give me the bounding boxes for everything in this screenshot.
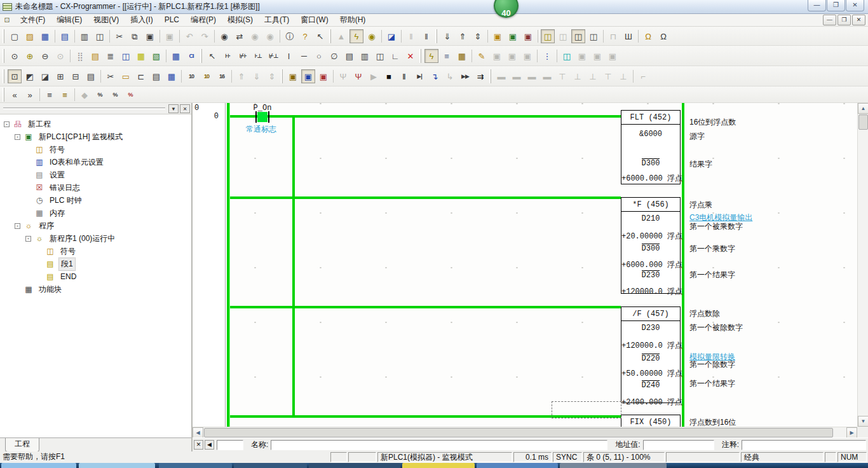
new-closed-coil-icon[interactable]: ∅ [327, 49, 341, 63]
simulator-monitor-icon[interactable]: ▣ [301, 69, 315, 83]
new-or-contact-icon[interactable]: ⊦⊥ [251, 49, 265, 63]
build-program-icon[interactable]: ◩ [23, 69, 37, 83]
download-to-plc-icon[interactable]: ⇓ [440, 29, 454, 43]
comment-input[interactable] [742, 440, 866, 450]
print-preview-icon[interactable]: ◫ [93, 29, 107, 43]
data-trace-icon[interactable]: ≡ [440, 49, 454, 63]
select-mode-icon[interactable]: ↖ [205, 49, 219, 63]
menu-item-simulation[interactable]: 模拟(S) [222, 14, 259, 26]
io-comment-tool-icon[interactable]: ◫ [560, 49, 574, 63]
show-comment-dialog-icon[interactable]: ▤ [88, 49, 102, 63]
title-bar[interactable]: 未命名標題 - CX-Programmer - [[运行中] - 新PLC1.新… [0, 0, 868, 14]
edit-properties-icon[interactable]: ▤ [84, 69, 98, 83]
tree-item-symbols[interactable]: ◫符号 [0, 143, 191, 156]
show-hex-monitor-icon[interactable]: ◫ [119, 49, 133, 63]
monitor-update-off-icon[interactable]: % [123, 88, 137, 102]
print-icon[interactable]: ▥ [78, 29, 92, 43]
instruction-block-flt[interactable]: FLT (452)&6000D300+6000.000 浮点 [621, 110, 681, 184]
scroll-right-icon[interactable]: ▶ [846, 427, 857, 438]
release-password-icon[interactable]: Ω [656, 29, 670, 43]
open-project-icon[interactable]: ▨ [23, 29, 37, 43]
context-help-icon[interactable]: ↖ [313, 29, 327, 43]
scroll-down-icon[interactable]: ▼ [858, 416, 868, 427]
online-edit-begin-icon[interactable]: ▣ [491, 29, 505, 43]
monitor-view-hex-icon[interactable]: ◫ [541, 29, 555, 43]
menu-item-view[interactable]: 视图(V) [88, 14, 125, 26]
tree-item-io-table[interactable]: ▥IO表和单元设置 [0, 156, 191, 169]
tree-item-section1[interactable]: ▤段1 [0, 258, 191, 270]
new-line-end-icon[interactable]: ∟ [388, 49, 402, 63]
clear-break-points-icon[interactable]: Ψ [351, 69, 365, 83]
step-into-icon[interactable]: ↴ [428, 69, 442, 83]
view-cross-reference-icon[interactable]: CI [184, 49, 198, 63]
save-project-icon[interactable]: ▦ [38, 29, 52, 43]
menu-item-help[interactable]: 帮助(H) [334, 14, 372, 26]
rebuild-all-icon[interactable]: ◪ [38, 69, 52, 83]
show-project-workspace-icon[interactable]: ⊡ [8, 69, 22, 83]
taskbar-item-6[interactable] [477, 463, 558, 468]
windows-taskbar[interactable] [0, 463, 868, 468]
minimize-icon[interactable]: — [808, 0, 826, 11]
menu-item-plc[interactable]: PLC [159, 14, 185, 26]
new-multi-instruction-icon[interactable]: ◫ [373, 49, 387, 63]
compile-program-check-icon[interactable]: ▤ [58, 29, 72, 43]
swap-find-icon[interactable]: ⇄ [233, 29, 247, 43]
find-icon[interactable]: ◉ [217, 29, 231, 43]
tree-item-function-blocks[interactable]: ▦功能块 [0, 283, 191, 296]
new-inverted-instruction-icon[interactable]: ▥ [358, 49, 372, 63]
outdent-rung-icon[interactable]: « [8, 88, 22, 102]
operand-close-icon[interactable]: ✕ [194, 440, 203, 450]
scroll-left-icon[interactable]: ◀ [193, 427, 203, 438]
radix-hex-icon[interactable]: 16 [215, 69, 229, 83]
operand-prev-icon[interactable]: ◀ [205, 440, 214, 450]
instruction-block-fix[interactable]: FIX (450) [621, 415, 681, 427]
continuous-step-run-icon[interactable]: ▶▶ [458, 69, 472, 83]
compare-with-plc-icon[interactable]: ⇕ [471, 29, 485, 43]
menu-item-file[interactable]: 文件(F) [15, 14, 51, 26]
zoom-in-icon[interactable]: ⊕ [23, 49, 37, 63]
pause-icon[interactable]: ‖ [419, 29, 433, 43]
upload-from-plc-icon[interactable]: ⇑ [456, 29, 470, 43]
zoom-fit-icon[interactable]: ⊙ [8, 49, 22, 63]
radix-decimal-icon[interactable]: 10 [184, 69, 198, 83]
copy-icon[interactable]: ⧉ [128, 29, 142, 43]
show-grid-icon[interactable]: ⣿ [73, 49, 87, 63]
tree-item-programs[interactable]: -☼程序 [0, 219, 191, 232]
instruction-block-divf[interactable]: /F (457)D230+120000.0 浮点D220+50.00000 浮点… [621, 306, 681, 403]
show-grid-dialog-icon[interactable]: ▦ [165, 69, 179, 83]
show-rung-list-icon[interactable]: ≣ [104, 49, 118, 63]
paste-icon[interactable]: ▣ [143, 29, 157, 43]
rung-margin[interactable]: 0 0 [193, 103, 226, 427]
show-section-tree-icon[interactable]: ▧ [149, 49, 163, 63]
tree-item-settings[interactable]: ▤设置 [0, 169, 191, 181]
taskbar-item-0[interactable] [1, 463, 76, 468]
taskbar-item-1[interactable] [79, 463, 155, 468]
tree-item-program1-symbols[interactable]: ◫符号 [0, 245, 191, 258]
horizontal-scrollbar[interactable]: ◀ ▶ [193, 427, 857, 437]
simulator-pause-icon[interactable]: ‖ [397, 69, 411, 83]
close-icon[interactable]: ✕ [846, 0, 864, 11]
taskbar-item-7[interactable] [560, 463, 667, 468]
monitor-view-3-icon[interactable]: ◫ [571, 29, 585, 43]
show-symbol-table-icon[interactable]: ▦ [134, 49, 148, 63]
new-contact-icon[interactable]: ⊦⊦ [220, 49, 234, 63]
simulator-mode-icon[interactable]: ▣ [286, 69, 300, 83]
rung-comment-list-icon[interactable]: ≡ [43, 88, 57, 102]
simulator-exit-icon[interactable]: ▣ [316, 69, 330, 83]
mdi-restore-icon[interactable]: ❐ [837, 15, 851, 25]
new-horizontal-line-icon[interactable]: — [297, 49, 311, 63]
monitor-update-1-icon[interactable]: % [93, 88, 107, 102]
zoom-out-icon[interactable]: ⊖ [38, 49, 52, 63]
tree-item-plc-clock[interactable]: ◷PLC 时钟 [0, 194, 191, 207]
tree-item-plc1[interactable]: -▣新PLC1[CP1H] 监视模式 [0, 130, 191, 143]
new-or-closed-contact-icon[interactable]: ⊬⊥ [266, 49, 280, 63]
restore-icon[interactable]: ❐ [827, 0, 845, 11]
help-topics-icon[interactable]: ? [298, 29, 312, 43]
simulator-stop-icon[interactable]: ■ [382, 69, 396, 83]
menu-item-insert[interactable]: 插入(I) [125, 14, 158, 26]
new-vertical-line-icon[interactable]: | [281, 49, 295, 63]
new-coil-icon[interactable]: ○ [312, 49, 326, 63]
monitor-find-icon[interactable]: ◉ [365, 29, 379, 43]
collapse-toggle-icon[interactable]: - [15, 134, 20, 140]
cut-icon[interactable]: ✂ [112, 29, 126, 43]
